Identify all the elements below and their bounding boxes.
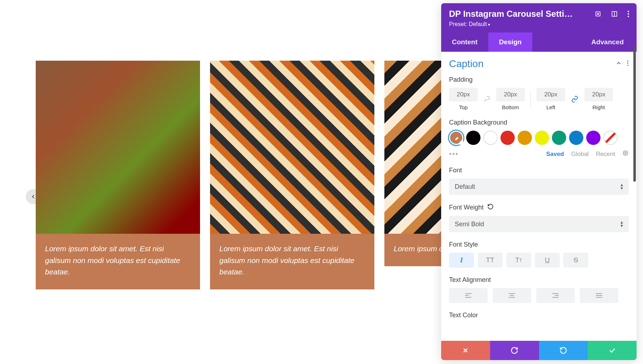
kebab-menu-icon[interactable]	[627, 60, 629, 68]
font-label: Font	[449, 167, 629, 174]
close-icon	[462, 347, 469, 354]
font-weight-select[interactable]: Semi Bold ▴▾	[449, 216, 629, 232]
font-select-value: Default	[455, 183, 475, 191]
undo-icon	[510, 347, 518, 354]
kebab-menu-icon[interactable]	[627, 10, 629, 17]
collapse-icon[interactable]	[615, 60, 622, 68]
svg-point-11	[625, 152, 627, 154]
color-tab-saved[interactable]: Saved	[546, 151, 564, 158]
settings-panel: DP Instagram Carousel Setti… Preset: Def…	[441, 3, 637, 360]
padding-right-label: Right	[592, 104, 605, 110]
select-arrows-icon: ▴▾	[620, 183, 623, 190]
color-tab-global[interactable]: Global	[571, 151, 589, 158]
color-swatch-white[interactable]	[483, 131, 498, 145]
font-style-uppercase-button[interactable]: TT	[478, 253, 503, 268]
caption-background-label: Caption Background	[449, 119, 629, 126]
align-center-button[interactable]	[493, 288, 531, 303]
carousel-card[interactable]: Lorem ipsum dolor sit amet. Est nisi gal…	[36, 61, 200, 289]
color-swatch-purple[interactable]	[586, 131, 600, 145]
color-swatch-transparent[interactable]	[603, 131, 618, 145]
color-tab-recent[interactable]: Recent	[596, 151, 615, 158]
padding-bottom-label: Bottom	[502, 104, 519, 110]
align-right-button[interactable]	[536, 288, 575, 303]
font-weight-value: Semi Bold	[455, 221, 484, 228]
expand-icon[interactable]	[594, 10, 602, 17]
panel-body: Caption Padding Top / Bottom	[441, 52, 637, 341]
color-swatch-yellow[interactable]	[535, 131, 549, 145]
align-justify-button[interactable]	[580, 288, 618, 303]
svg-point-7	[627, 61, 628, 62]
redo-button[interactable]	[539, 341, 588, 360]
padding-label: Padding	[449, 76, 629, 84]
svg-point-1	[597, 13, 598, 14]
carousel: Lorem ipsum dolor sit amet. Est nisi gal…	[36, 61, 464, 289]
redo-icon	[559, 347, 567, 354]
svg-point-8	[627, 62, 628, 64]
eyedropper-icon	[454, 135, 460, 142]
tab-design[interactable]: Design	[488, 32, 532, 52]
text-alignment-label: Text Alignment	[449, 276, 629, 284]
responsive-icon[interactable]	[611, 10, 618, 17]
gear-icon[interactable]	[622, 150, 629, 158]
text-color-label: Text Color	[449, 312, 629, 319]
color-swatch-black[interactable]	[466, 131, 480, 145]
svg-text:/: /	[485, 99, 485, 101]
color-swatch-teal[interactable]	[552, 131, 566, 145]
font-weight-label: Font Weight	[449, 203, 629, 212]
padding-right-input[interactable]	[584, 88, 613, 101]
more-colors-icon[interactable]: •••	[449, 150, 459, 158]
panel-footer	[441, 341, 637, 360]
undo-button[interactable]	[490, 341, 539, 360]
preset-dropdown[interactable]: Preset: Default	[449, 21, 629, 27]
align-left-button[interactable]	[449, 288, 488, 303]
font-select[interactable]: Default ▴▾	[449, 178, 629, 195]
tab-content[interactable]: Content	[441, 32, 488, 52]
font-style-underline-button[interactable]: U	[535, 253, 560, 268]
svg-point-4	[628, 11, 629, 12]
link-values-icon[interactable]: /	[481, 96, 493, 103]
padding-top-label: Top	[459, 104, 468, 110]
card-image	[210, 61, 374, 234]
section-title-caption[interactable]: Caption	[449, 58, 484, 70]
font-style-smallcaps-button[interactable]: TT	[506, 253, 531, 268]
cancel-button[interactable]	[441, 341, 490, 360]
font-style-label: Font Style	[449, 241, 629, 248]
padding-bottom-input[interactable]	[496, 88, 525, 101]
card-image	[36, 61, 200, 234]
color-swatch-orange[interactable]	[518, 131, 532, 145]
svg-point-6	[628, 16, 629, 17]
padding-left-input[interactable]	[537, 88, 565, 101]
padding-top-input[interactable]	[449, 88, 478, 101]
card-caption: Lorem ipsum dolor sit amet. Est nisi gal…	[36, 234, 200, 289]
link-values-icon[interactable]	[569, 96, 581, 103]
check-icon	[608, 347, 617, 354]
color-swatch-blue[interactable]	[569, 131, 583, 145]
svg-point-9	[627, 65, 628, 66]
font-style-strikethrough-button[interactable]: S	[563, 253, 588, 268]
reset-icon[interactable]	[487, 203, 494, 212]
color-picker-swatch[interactable]	[449, 131, 463, 145]
tab-advanced[interactable]: Advanced	[580, 32, 637, 52]
panel-tabs: Content Design Advanced	[441, 32, 637, 52]
carousel-card[interactable]: Lorem ipsum dolor sit amet. Est nisi gal…	[210, 61, 374, 289]
svg-point-5	[628, 13, 629, 15]
padding-left-label: Left	[546, 104, 555, 110]
color-swatch-red[interactable]	[500, 131, 515, 145]
panel-header[interactable]: DP Instagram Carousel Setti… Preset: Def…	[441, 3, 637, 32]
scrollbar[interactable]	[633, 46, 636, 182]
card-caption: Lorem ipsum dolor sit amet. Est nisi gal…	[210, 234, 374, 289]
select-arrows-icon: ▴▾	[620, 221, 623, 228]
panel-title: DP Instagram Carousel Setti…	[449, 9, 581, 19]
font-style-italic-button[interactable]: I	[449, 253, 474, 268]
save-button[interactable]	[588, 341, 637, 360]
